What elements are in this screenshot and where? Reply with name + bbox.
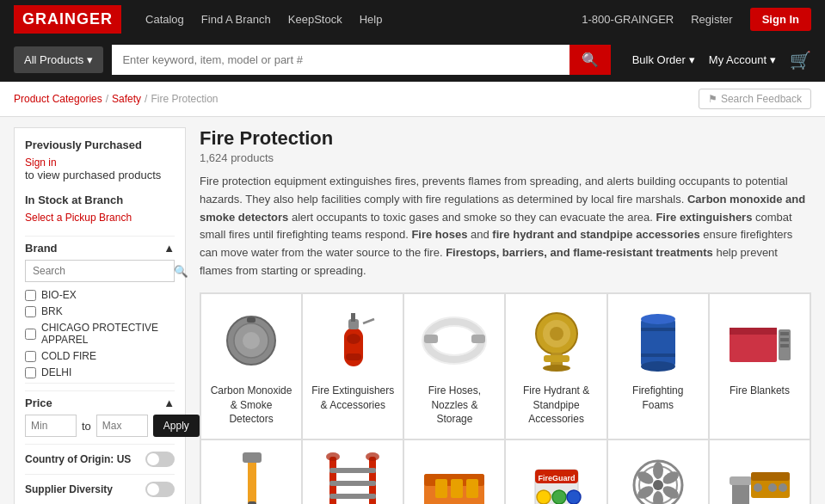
my-account-button[interactable]: My Account ▾ [709,53,776,66]
product-extinguisher[interactable]: Fire Extinguishers & Accessories [302,293,403,439]
search-bar-row: All Products ▾ 🔍 Bulk Order ▾ My Account… [0,38,825,82]
product-image-fan [624,452,693,504]
product-hydrant[interactable]: Fire Hydrant & Standpipe Accessories [505,293,606,439]
brand-filter-header[interactable]: Brand ▲ [25,236,175,260]
product-label: Fire Blankets [730,384,790,398]
svg-point-22 [641,361,675,372]
product-foams[interactable]: Firefighting Foams [607,293,709,439]
product-carbon-monoxide[interactable]: Carbon Monoxide & Smoke Detectors [200,293,302,439]
main-container: Previously Purchased Sign in to view pur… [0,117,825,504]
svg-point-70 [768,483,777,492]
cart-icon[interactable]: 🛒 [790,50,811,71]
svg-rect-3 [247,317,256,323]
product-firestops[interactable]: Firestops & Barriers [403,439,505,504]
product-flame-resistant[interactable]: FireGuard Flame Resistant & Retardant Tr… [505,439,606,504]
svg-rect-45 [451,479,463,498]
bulk-order-button[interactable]: Bulk Order ▾ [632,53,695,66]
brand-checkbox-list: BIO-EX BRK CHICAGO PROTECTIVE APPAREL CO… [25,289,175,378]
product-image-tools [217,452,286,504]
search-feedback-button[interactable]: ⚑ Search Feedback [699,89,811,109]
category-description: Fire protection equipment extinguishes f… [200,173,811,280]
flag-icon: ⚑ [708,93,717,105]
country-of-origin-toggle[interactable] [145,452,175,467]
grainger-logo: GRAINGER [14,5,121,34]
supplier-diversity-toggle[interactable] [145,482,175,497]
svg-point-56 [653,480,663,490]
svg-point-50 [537,490,551,504]
product-image-wildland [725,452,794,504]
select-branch-link[interactable]: Select a Pickup Branch [25,212,175,224]
svg-text:FireGuard: FireGuard [538,474,575,482]
breadcrumb-bar: Product Categories / Safety / Fire Prote… [0,82,825,117]
supplier-diversity-label: Supplier Diversity [25,483,113,495]
product-image-hydrant [522,306,591,375]
svg-rect-6 [351,313,355,322]
product-label: Fire Extinguishers & Accessories [311,384,394,413]
search-icon: 🔍 [174,265,188,278]
brand-brk[interactable]: BRK [25,305,175,317]
nav-keepstock[interactable]: KeepStock [288,13,342,26]
brand-cold-fire[interactable]: COLD FIRE [25,350,175,362]
product-image-fireguard: FireGuard [522,452,591,504]
in-stock-title: In Stock at Branch [25,194,175,206]
brand-delhi[interactable]: DELHI [25,366,175,378]
sign-in-button[interactable]: Sign In [750,8,811,31]
brand-bio-ex[interactable]: BIO-EX [25,289,175,301]
sign-in-link[interactable]: Sign in [25,157,175,169]
breadcrumb-product-categories[interactable]: Product Categories [14,93,102,105]
product-label: Firefighting Foams [617,384,699,413]
product-hose[interactable]: Fire Hoses, Nozzles & Storage [403,293,505,439]
svg-rect-23 [641,328,675,331]
previously-purchased-title: Previously Purchased [25,138,175,151]
svg-rect-37 [329,481,376,486]
svg-point-69 [754,483,762,492]
svg-point-41 [366,452,379,461]
price-max-input[interactable] [96,415,148,437]
phone-number: 1-800-GRAINGER [582,13,674,26]
product-grid: Carbon Monoxide & Smoke Detectors Fire E… [200,292,811,504]
svg-point-21 [641,314,675,324]
product-ladders[interactable]: Fire Escape Ladders [302,439,403,504]
svg-rect-44 [435,479,447,498]
nav-catalog[interactable]: Catalog [145,13,184,26]
search-button[interactable]: 🔍 [569,45,611,75]
chevron-down-icon: ▾ [689,53,695,66]
previously-purchased-section: Previously Purchased Sign in to view pur… [25,138,175,181]
country-of-origin-toggle-row: Country of Origin: US [25,444,175,467]
product-fans[interactable]: Fire and Rescue Fans [607,439,709,504]
product-image-smoke-detector [217,306,286,375]
product-tools[interactable]: Firefighting Tools [200,439,302,504]
svg-rect-46 [466,479,478,498]
product-image-extinguisher [318,306,387,375]
content-area: Fire Protection 1,624 products Fire prot… [200,127,811,504]
brand-chicago-protective[interactable]: CHICAGO PROTECTIVE APPAREL [25,322,175,346]
product-image-hose [420,306,489,375]
price-apply-button[interactable]: Apply [153,415,200,437]
all-products-button[interactable]: All Products ▾ [14,46,103,73]
svg-rect-12 [424,335,438,343]
in-stock-section: In Stock at Branch Select a Pickup Branc… [25,194,175,224]
nav-find-branch[interactable]: Find A Branch [201,13,271,26]
chevron-down-icon: ▾ [87,53,93,66]
product-image-blanket [725,306,794,375]
product-blankets[interactable]: Fire Blankets [709,293,810,439]
svg-point-60 [653,491,663,504]
register-link[interactable]: Register [691,13,732,26]
chevron-down-icon: ▾ [770,53,776,66]
brand-search-input[interactable] [26,261,169,281]
svg-point-2 [243,332,260,349]
breadcrumb-safety[interactable]: Safety [112,93,141,105]
search-input[interactable] [112,45,569,75]
price-min-input[interactable] [25,415,77,437]
brand-search-button[interactable]: 🔍 [169,261,194,281]
svg-point-71 [779,483,787,492]
svg-point-16 [550,327,563,341]
svg-point-40 [326,452,340,461]
svg-point-51 [552,490,566,504]
svg-rect-32 [243,452,262,463]
search-container: 🔍 [112,45,611,75]
product-wildland[interactable]: Wildland Firefighting Tools & Equipment [709,439,810,504]
price-filter-header[interactable]: Price ▲ [25,390,175,415]
nav-help[interactable]: Help [360,13,383,26]
right-nav: Bulk Order ▾ My Account ▾ 🛒 [632,50,811,71]
